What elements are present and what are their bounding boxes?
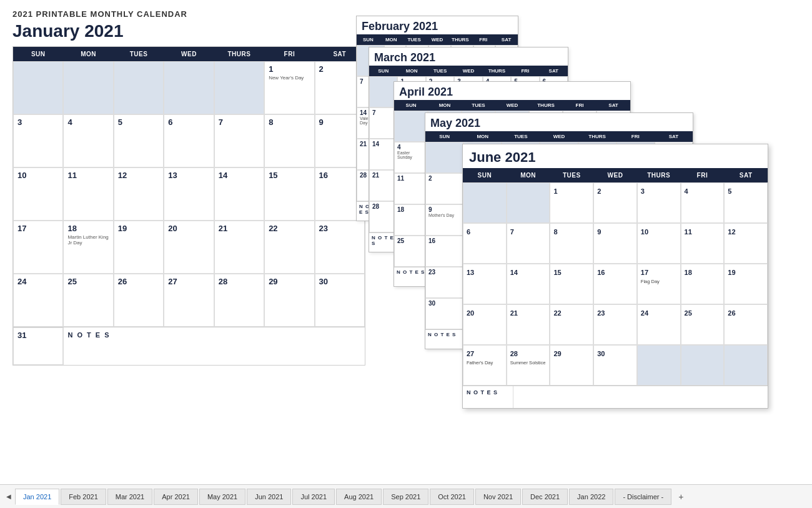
header-fri: FRI — [264, 47, 314, 61]
table-row: 26 — [724, 304, 768, 345]
tab-may-2021[interactable]: May 2021 — [199, 489, 245, 505]
table-row: 25 — [63, 274, 113, 327]
table-row: 25 — [681, 304, 725, 345]
table-row — [13, 61, 63, 114]
june-notes-content — [513, 386, 768, 408]
tab-add-button[interactable]: + — [673, 491, 688, 503]
table-row: 3 — [637, 182, 681, 223]
table-row: 14 — [214, 167, 264, 221]
table-row: 11 — [681, 223, 725, 264]
table-row: 17 Flag Day — [637, 264, 681, 304]
table-row — [164, 61, 214, 114]
notes-section: N O T E S — [63, 327, 365, 365]
tab-aug-2021[interactable]: Aug 2021 — [336, 489, 382, 505]
may-header: SUN MON TUES WED THURS FRI SAT — [425, 131, 693, 142]
table-row — [637, 345, 681, 386]
table-row: 8 — [550, 223, 593, 264]
tab-disclaimer[interactable]: - Disclaimer - — [615, 489, 671, 505]
tab-jun-2021[interactable]: Jun 2021 — [247, 489, 291, 505]
table-row: 19 — [724, 264, 768, 304]
table-row — [63, 61, 113, 114]
june-title: June 2021 — [463, 144, 768, 168]
table-row: 27 — [164, 274, 214, 327]
tab-scroll-left[interactable]: ◀ — [3, 491, 14, 502]
notes-label: N O T E S — [67, 331, 110, 339]
table-row: 18 — [681, 264, 725, 304]
table-row: 4 Easter Sunday — [394, 142, 428, 173]
header-sun: SUN — [13, 47, 63, 61]
table-row: 4 — [681, 182, 725, 223]
header-wed: WED — [164, 47, 214, 61]
table-row: 7 — [214, 114, 264, 167]
header-thurs: THURS — [214, 47, 264, 61]
table-row: 13 — [463, 264, 507, 304]
table-row: 7 — [507, 223, 550, 264]
table-row: 12 — [724, 223, 768, 264]
table-row: 20 — [463, 304, 507, 345]
june-calendar: June 2021 SUN MON TUES WED THURS FRI SAT… — [462, 144, 768, 409]
table-row: 5 — [114, 114, 164, 167]
table-row: 12 — [114, 167, 164, 221]
tab-apr-2021[interactable]: Apr 2021 — [154, 489, 198, 505]
table-row: 23 — [425, 267, 463, 298]
table-row: 1 — [550, 182, 593, 223]
table-row: 22 — [264, 221, 314, 274]
table-row: 13 — [164, 167, 214, 221]
table-row: 3 — [13, 114, 63, 167]
table-row: 2 — [593, 182, 637, 223]
header-tues: TUES — [114, 47, 164, 61]
tab-oct-2021[interactable]: Oct 2021 — [430, 489, 474, 505]
february-header: SUN MON TUES WED THURS FRI SAT — [357, 34, 518, 45]
table-row: 8 — [264, 114, 314, 167]
tab-jan-2022[interactable]: Jan 2022 — [569, 489, 613, 505]
table-row: 19 — [114, 221, 164, 274]
table-row: 27 Father's Day — [463, 345, 507, 386]
march-title: March 2021 — [369, 47, 568, 66]
table-row: 16 — [425, 236, 463, 267]
june-grid: 1 2 3 4 5 6 7 8 9 10 11 12 13 14 15 16 1… — [463, 182, 768, 386]
table-row: 10 — [637, 223, 681, 264]
may-title: May 2021 — [425, 113, 693, 131]
table-row: 14 — [507, 264, 550, 304]
table-row: 18 — [394, 204, 428, 236]
january-grid: 1 New Year's Day 2 3 4 5 6 7 8 9 10 11 1… — [13, 61, 365, 327]
table-row: 2 — [425, 173, 463, 204]
table-row: 29 — [264, 274, 314, 327]
march-header: SUN MON TUES WED THURS FRI SAT — [369, 66, 568, 76]
table-row: 15 — [550, 264, 593, 304]
main-container: 2021 PRINTABLE MONTHLY CALENDAR January … — [0, 0, 812, 484]
table-row — [425, 142, 463, 173]
table-row: 9 Mother's Day — [425, 204, 463, 236]
tab-jul-2021[interactable]: Jul 2021 — [292, 489, 335, 505]
june-header: SUN MON TUES WED THURS FRI SAT — [463, 168, 768, 182]
table-row: 9 — [593, 223, 637, 264]
table-row: 6 — [463, 223, 507, 264]
header-mon: MON — [63, 47, 113, 61]
table-row: 21 — [214, 221, 264, 274]
stacked-calendars: February 2021 SUN MON TUES WED THURS FRI… — [356, 6, 806, 475]
tab-mar-2021[interactable]: Mar 2021 — [107, 489, 152, 505]
table-row: 10 — [13, 167, 63, 221]
tab-jan-2021[interactable]: Jan 2021 — [15, 489, 59, 505]
table-row: 22 — [550, 304, 593, 345]
june-notes-row: N O T E S — [463, 386, 768, 408]
tab-sep-2021[interactable]: Sep 2021 — [383, 489, 428, 505]
table-row: 25 — [394, 236, 428, 267]
tab-feb-2021[interactable]: Feb 2021 — [61, 489, 106, 505]
table-row: 30 — [593, 345, 637, 386]
table-row — [507, 182, 550, 223]
tab-dec-2021[interactable]: Dec 2021 — [522, 489, 568, 505]
tab-nov-2021[interactable]: Nov 2021 — [475, 489, 521, 505]
april-header: SUN MON TUES WED THURS FRI SAT — [394, 100, 630, 111]
table-row: 18 Martin Luther King Jr Day — [63, 221, 113, 274]
table-row — [214, 61, 264, 114]
table-row: 28 Summer Solstice — [507, 345, 550, 386]
table-row: 20 — [164, 221, 214, 274]
january-header: SUN MON TUES WED THURS FRI SAT — [13, 47, 365, 61]
table-row: 16 — [593, 264, 637, 304]
tab-bar: ◀ Jan 2021 Feb 2021 Mar 2021 Apr 2021 Ma… — [0, 484, 812, 508]
february-title: February 2021 — [357, 16, 518, 34]
table-row: 29 — [550, 345, 593, 386]
table-row: 15 — [264, 167, 314, 221]
table-row: 28 — [214, 274, 264, 327]
